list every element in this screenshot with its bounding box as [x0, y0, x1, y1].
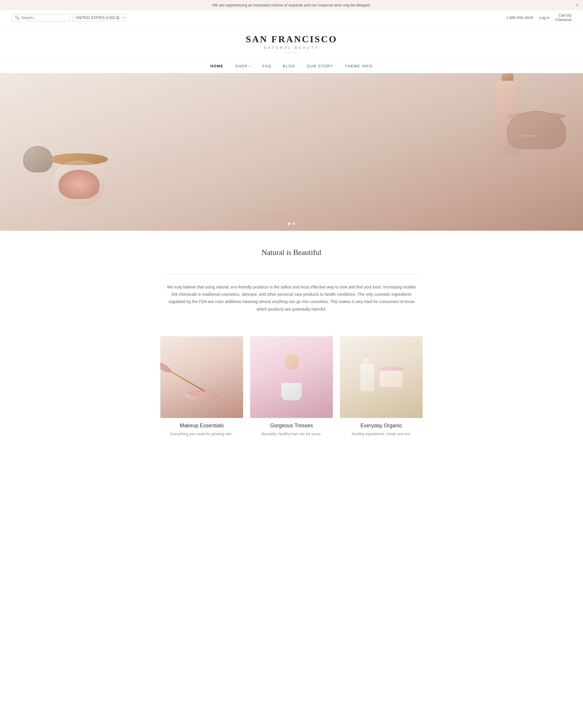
- nav-item-blog[interactable]: BLOG: [283, 64, 295, 68]
- category-img-hair: [250, 336, 333, 418]
- organic-cake-container: [379, 367, 402, 387]
- makeup-desc: Everything you need for glowing skin.: [160, 431, 243, 437]
- hair-title: Gorgeous Tresses: [250, 423, 333, 429]
- bottle-cap: [502, 74, 513, 81]
- natural-section: Natural is Beautiful: [163, 231, 420, 275]
- open-jar: nude by nature: [507, 91, 565, 149]
- jar-brand-label: nude by nature: [516, 134, 536, 137]
- search-icon: 🔍: [15, 16, 20, 20]
- organic-cake: [379, 367, 402, 387]
- logo-title[interactable]: SAN FRANCISCO: [6, 34, 577, 45]
- organic-milk-bottle: [360, 363, 374, 392]
- category-img-organic: [340, 336, 423, 418]
- makeup-title: Makeup Essentials: [160, 423, 243, 429]
- announcement-close-button[interactable]: ×: [576, 3, 578, 8]
- category-img-makeup: [160, 336, 243, 418]
- announcement-message: We are experiencing an increased volume …: [213, 3, 370, 7]
- cart-checkout-area: Cart (0) Checkout: [555, 13, 571, 22]
- announcement-bar: We are experiencing an increased volume …: [0, 0, 583, 10]
- main-powder-jar: [53, 161, 105, 207]
- organic-bottle-container: [360, 363, 374, 392]
- category-card-hair[interactable]: Gorgeous Tresses Beautiful, healthy hair…: [250, 336, 333, 437]
- nav-item-faq[interactable]: FAQ: [262, 64, 271, 68]
- small-jar-back: [23, 146, 53, 172]
- logo-section: SAN FRANCISCO NATURAL BEAUTY: [0, 25, 583, 56]
- makeup-powder-fill: [188, 391, 217, 396]
- brush-tip: [160, 362, 172, 374]
- bottle-cap-element: [363, 358, 372, 363]
- search-input[interactable]: [21, 16, 67, 20]
- main-nav: HOME SHOP ▾ FAQ BLOG OUR STORY THEME INF…: [0, 59, 583, 73]
- phone-number: 1-888-555-SKIN: [506, 16, 533, 20]
- hero-slider: nude by nature: [0, 73, 583, 231]
- currency-selector-wrapper[interactable]: UNITED STATES (USD $): [72, 14, 126, 21]
- jar-powder-content: [59, 170, 100, 199]
- person-head: [284, 354, 299, 370]
- category-card-organic[interactable]: Everyday Organic Healthy ingredients, in…: [340, 336, 423, 437]
- slider-dot-1[interactable]: [288, 223, 290, 225]
- slider-dots: [288, 223, 295, 225]
- top-bar-left: 🔍 UNITED STATES (USD $): [12, 14, 126, 21]
- search-box[interactable]: 🔍: [12, 14, 70, 21]
- makeup-bowl: [184, 392, 219, 400]
- category-card-makeup[interactable]: Makeup Essentials Everything you need fo…: [160, 336, 243, 437]
- slider-dot-2[interactable]: [293, 223, 295, 225]
- cake-topping: [380, 367, 403, 371]
- shop-dropdown-arrow: ▾: [249, 64, 251, 68]
- cart-link[interactable]: Cart (0): [558, 13, 571, 18]
- open-jar-body: nude by nature: [507, 111, 565, 149]
- top-bar-right: 1-888-555-SKIN Log in Cart (0) Checkout: [506, 13, 571, 22]
- hair-desc: Beautiful, healthy hair can be yours.: [250, 431, 333, 437]
- person-shoulders: [281, 383, 302, 400]
- category-grid: Makeup Essentials Everything you need fo…: [149, 324, 434, 443]
- powder-scatter: [248, 213, 335, 219]
- makeup-brush: [169, 370, 205, 391]
- nav-item-shop[interactable]: SHOP ▾: [235, 64, 251, 68]
- natural-body-text: We truly believe that using natural, eco…: [163, 284, 420, 324]
- checkout-link[interactable]: Checkout: [555, 18, 571, 22]
- natural-heading: Natural is Beautiful: [169, 248, 414, 257]
- logo-subtitle: NATURAL BEAUTY: [6, 46, 577, 50]
- login-link[interactable]: Log in: [539, 16, 550, 20]
- person-silhouette: [280, 354, 303, 400]
- organic-title: Everyday Organic: [340, 423, 423, 429]
- nav-item-our-story[interactable]: OUR STORY: [307, 64, 333, 68]
- jar-body: [53, 161, 105, 207]
- logo-divider: [284, 53, 299, 53]
- section-divider: [163, 275, 420, 275]
- hero-bg-scene: nude by nature: [0, 73, 583, 231]
- top-bar: 🔍 UNITED STATES (USD $) 1-888-555-SKIN L…: [0, 10, 583, 25]
- nav-item-home[interactable]: HOME: [211, 64, 224, 68]
- organic-desc: Healthy ingredients, inside and out.: [340, 431, 423, 437]
- currency-select[interactable]: UNITED STATES (USD $): [72, 14, 126, 21]
- nav-item-theme-info[interactable]: THEME INFO: [345, 64, 372, 68]
